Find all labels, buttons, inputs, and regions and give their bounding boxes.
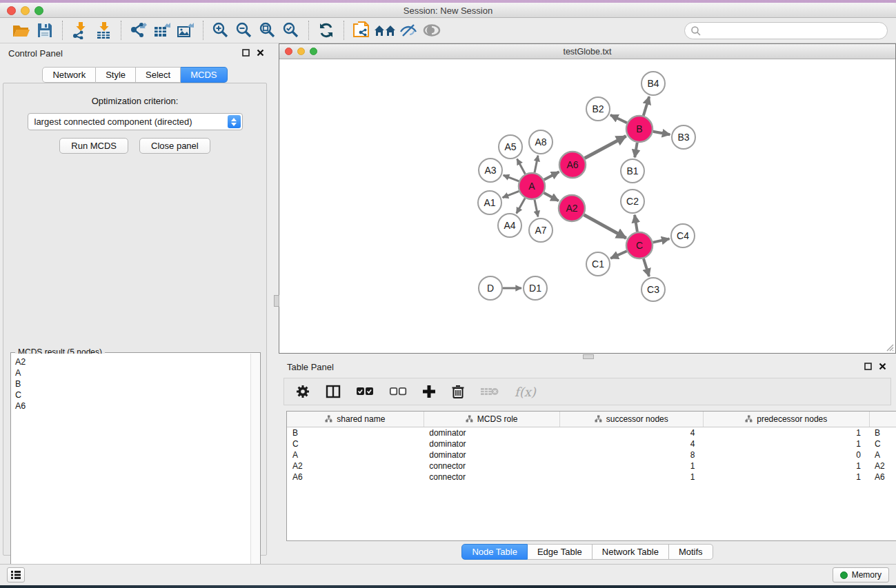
tab-motifs[interactable]: Motifs	[669, 544, 713, 560]
graph-node-D1[interactable]: D1	[524, 276, 547, 300]
search-field[interactable]	[684, 22, 888, 39]
graph-node-C1[interactable]: C1	[586, 252, 610, 276]
graph-node-B2[interactable]: B2	[586, 97, 610, 121]
graph-node-C2[interactable]: C2	[621, 190, 644, 213]
graph-edge-C-C2[interactable]	[635, 215, 637, 232]
table-cell[interactable]: connector	[424, 460, 559, 472]
tab-style[interactable]: Style	[96, 67, 136, 83]
graph-edge-C-C1[interactable]	[610, 251, 627, 258]
graph-node-A6[interactable]: A6	[559, 152, 586, 178]
tab-network-table[interactable]: Network Table	[593, 544, 669, 560]
graph-node-A3[interactable]: A3	[479, 159, 502, 182]
table-row[interactable]: A2connector11A2	[287, 460, 896, 472]
graph-edge-A-A4[interactable]	[517, 198, 525, 213]
column-header-predecessor-nodes[interactable]: predecessor nodes	[704, 412, 870, 427]
optimization-criterion-select[interactable]: largest connected component (directed)	[28, 113, 243, 130]
table-cell[interactable]: 4	[559, 427, 703, 438]
graph-edge-C-C4[interactable]	[653, 239, 670, 242]
graph-edge-A-A8[interactable]	[535, 156, 538, 173]
graph-node-B1[interactable]: B1	[621, 159, 644, 183]
graph-edge-A2-C[interactable]	[584, 215, 626, 239]
table-cell[interactable]: A6	[287, 472, 424, 483]
new-network-from-selection-button[interactable]	[350, 20, 373, 41]
zoom-out-button[interactable]	[232, 20, 256, 41]
close-panel-icon[interactable]	[257, 49, 264, 57]
table-cell[interactable]: 1	[704, 472, 870, 483]
graph-edge-B-B2[interactable]	[610, 115, 627, 123]
refresh-network-button[interactable]	[315, 20, 338, 41]
create-column-button[interactable]	[422, 385, 436, 398]
graph-node-C4[interactable]: C4	[671, 224, 695, 247]
table-cell[interactable]: 0	[704, 449, 870, 460]
result-item[interactable]: A	[15, 367, 250, 378]
task-history-button[interactable]	[7, 567, 25, 582]
graph-edge-A-A2[interactable]	[544, 193, 559, 201]
import-table-button[interactable]	[92, 20, 115, 41]
graph-edge-B-B4[interactable]	[644, 97, 649, 116]
import-network-button[interactable]	[68, 20, 92, 41]
graph-edge-A-A1[interactable]	[503, 191, 519, 197]
graph-node-A[interactable]: A	[519, 173, 545, 199]
table-cell[interactable]: C	[287, 438, 424, 449]
table-cell[interactable]: A	[287, 449, 424, 460]
graph-node-B3[interactable]: B3	[672, 125, 695, 149]
resize-grip-icon[interactable]	[884, 342, 894, 352]
table-cell[interactable]: A	[869, 449, 896, 460]
table-cell[interactable]: B	[869, 427, 896, 438]
table-cell[interactable]: B	[287, 427, 424, 438]
panel-divider-handle[interactable]	[274, 295, 279, 307]
table-cell[interactable]: dominator	[424, 427, 559, 438]
show-columns-button[interactable]	[326, 385, 341, 398]
column-header-successor-nodes[interactable]: successor nodes	[559, 412, 703, 427]
column-header-MCDS-role[interactable]: MCDS role	[424, 412, 559, 427]
table-row[interactable]: Bdominator41B	[287, 427, 896, 438]
graph-edge-A-A7[interactable]	[535, 200, 538, 217]
graph-edge-A6-B[interactable]	[585, 136, 626, 158]
graph-edge-A-A5[interactable]	[517, 159, 526, 174]
graph-edge-B-B1[interactable]	[635, 143, 637, 158]
table-cell[interactable]: 1	[704, 438, 870, 449]
run-mcds-button[interactable]: Run MCDS	[59, 138, 128, 154]
graph-node-B4[interactable]: B4	[641, 72, 665, 95]
mcds-result-list[interactable]: A2ABCA6	[12, 354, 250, 585]
delete-table-button[interactable]	[480, 386, 499, 397]
table-cell[interactable]: 1	[704, 427, 870, 438]
zoom-in-button[interactable]	[209, 20, 232, 41]
table-cell[interactable]: dominator	[424, 438, 559, 449]
result-item[interactable]: A6	[15, 401, 250, 412]
graph-edge-C-C3[interactable]	[644, 258, 649, 276]
graph-node-A4[interactable]: A4	[498, 214, 521, 237]
table-cell[interactable]: 1	[559, 472, 703, 483]
delete-column-button[interactable]	[451, 384, 465, 399]
table-cell[interactable]: 8	[559, 449, 703, 460]
table-settings-button[interactable]	[295, 384, 310, 399]
result-item[interactable]: C	[15, 389, 250, 401]
table-cell[interactable]: A2	[287, 460, 424, 472]
result-item[interactable]: A2	[15, 356, 250, 367]
float-panel-icon[interactable]	[242, 49, 250, 57]
search-input[interactable]	[701, 26, 874, 36]
function-builder-button[interactable]: f(x)	[515, 385, 536, 399]
graph-node-A2[interactable]: A2	[559, 195, 585, 221]
float-panel-icon[interactable]	[864, 363, 872, 370]
select-all-checkboxes-button[interactable]	[356, 387, 374, 396]
show-all-button[interactable]	[420, 20, 444, 41]
graph-node-A7[interactable]: A7	[529, 219, 552, 242]
graph-edge-A-A3[interactable]	[504, 175, 519, 181]
zoom-selected-button[interactable]	[279, 20, 303, 41]
result-item[interactable]: B	[15, 378, 250, 389]
deselect-all-checkboxes-button[interactable]	[389, 387, 407, 396]
open-session-button[interactable]	[10, 20, 33, 41]
result-list-scrollbar[interactable]	[250, 354, 259, 585]
graph-node-D[interactable]: D	[479, 276, 502, 300]
tab-node-table[interactable]: Node Table	[461, 544, 528, 560]
close-panel-icon[interactable]	[879, 363, 886, 370]
table-row[interactable]: Cdominator41C	[287, 438, 896, 449]
graph-node-C[interactable]: C	[626, 232, 653, 258]
export-network-button[interactable]	[127, 20, 150, 41]
memory-button[interactable]: Memory	[833, 567, 889, 582]
save-session-button[interactable]	[33, 20, 57, 41]
tab-mcds[interactable]: MCDS	[181, 67, 227, 83]
table-cell[interactable]: dominator	[424, 449, 559, 460]
tab-select[interactable]: Select	[136, 67, 181, 83]
